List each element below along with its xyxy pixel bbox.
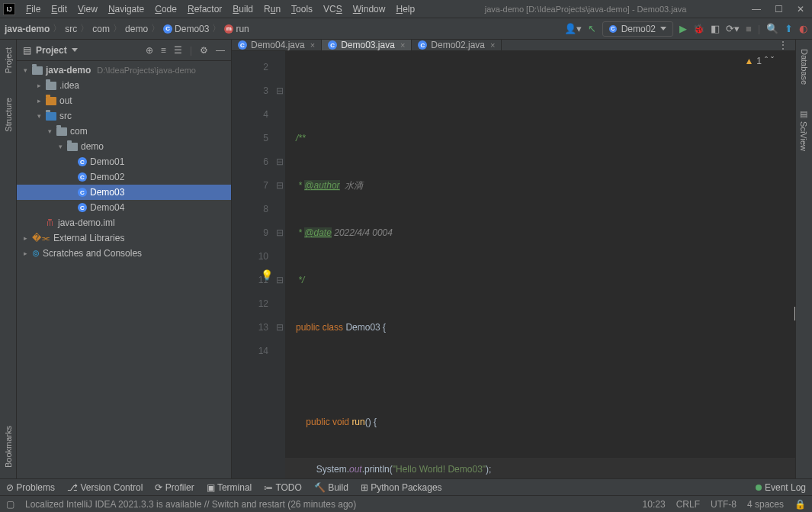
- project-panel-title[interactable]: Project: [36, 45, 67, 56]
- close-tab-icon[interactable]: ×: [310, 40, 315, 50]
- maximize-button[interactable]: ☐: [775, 4, 783, 14]
- tool-todo[interactable]: ≔ TODO: [264, 482, 302, 493]
- tree-demo04[interactable]: CDemo04: [17, 200, 231, 215]
- caret-position[interactable]: 10:23: [643, 499, 666, 510]
- readonly-lock-icon[interactable]: 🔒: [794, 499, 806, 510]
- tree-iml[interactable]: ⫚java-demo.iml: [17, 215, 231, 230]
- hide-panel-icon[interactable]: —: [216, 45, 225, 56]
- add-user-icon[interactable]: 👤▾: [564, 23, 582, 34]
- file-encoding[interactable]: UTF-8: [711, 499, 737, 510]
- text-cursor: [794, 307, 795, 320]
- project-panel: ▤ Project ⊕ ≡ ☰ | ⚙ — ▾java-demoD:\IdeaP…: [17, 40, 232, 478]
- tool-terminal[interactable]: ▣ Terminal: [207, 482, 252, 493]
- code-content[interactable]: /** * @author 水滴 * @date 2022/4/4 0004 *…: [285, 51, 795, 478]
- tool-build[interactable]: 🔨 Build: [314, 482, 348, 493]
- tree-out[interactable]: ▸out: [17, 93, 231, 108]
- tab-demo03[interactable]: CDemo03.java×: [322, 40, 412, 50]
- tree-demo03[interactable]: CDemo03: [17, 185, 231, 200]
- search-icon[interactable]: 🔍: [766, 23, 778, 34]
- menu-window[interactable]: Window: [348, 2, 390, 16]
- tool-vcs[interactable]: ⎇ Version Control: [67, 482, 143, 493]
- crumb-method[interactable]: mrun: [224, 24, 249, 34]
- menu-refactor[interactable]: Refactor: [183, 2, 226, 16]
- status-indicator-icon[interactable]: ▢: [6, 499, 14, 510]
- menu-help[interactable]: Help: [391, 2, 419, 16]
- inspection-badge[interactable]: ▲1ˆˇ: [744, 56, 774, 66]
- bottom-tool-bar: ⊘ Problems ⎇ Version Control ⟳ Profiler …: [0, 478, 812, 495]
- status-bar: ▢ Localized IntelliJ IDEA 2021.3.3 is av…: [0, 495, 812, 512]
- close-button[interactable]: ✕: [797, 4, 804, 14]
- tree-ext-lib[interactable]: ▸�⫘External Libraries: [17, 230, 231, 246]
- tree-demo[interactable]: ▾demo: [17, 139, 231, 154]
- run-button[interactable]: ▶: [679, 23, 687, 34]
- tree-src[interactable]: ▾src: [17, 108, 231, 124]
- tree-demo02[interactable]: CDemo02: [17, 169, 231, 185]
- menu-navigate[interactable]: Navigate: [104, 2, 149, 16]
- menu-file[interactable]: File: [21, 2, 45, 16]
- rail-bookmarks[interactable]: Bookmarks: [2, 421, 14, 472]
- indent-setting[interactable]: 4 spaces: [747, 499, 784, 510]
- status-message[interactable]: Localized IntelliJ IDEA 2021.3.3 is avai…: [25, 499, 632, 510]
- rail-sciview[interactable]: ▤ SciView: [798, 105, 810, 156]
- menu-code[interactable]: Code: [150, 2, 181, 16]
- tree-com[interactable]: ▾com: [17, 124, 231, 139]
- breadcrumb: java-demo 〉 src 〉 com 〉 demo 〉 CDemo03 〉…: [5, 22, 249, 35]
- tabs-more-icon[interactable]: ⋮: [771, 40, 795, 50]
- tool-python[interactable]: ⊞ Python Packages: [361, 482, 442, 493]
- tree-root[interactable]: ▾java-demoD:\IdeaProjects\java-demo: [17, 63, 231, 78]
- back-icon[interactable]: ↖: [588, 23, 596, 34]
- rail-database[interactable]: Database: [798, 44, 810, 89]
- intention-bulb-icon[interactable]: 💡: [261, 269, 273, 281]
- app-logo: IJ: [3, 3, 15, 15]
- fold-column[interactable]: ⊟ ⊟⊟ ⊟ ⊟ ⊟: [274, 51, 285, 478]
- ide-settings-icon[interactable]: ◐: [799, 23, 807, 34]
- editor-body[interactable]: 234567891011121314 ⊟ ⊟⊟ ⊟ ⊟ ⊟ /** * @aut…: [232, 51, 795, 478]
- editor-tabs: CDemo04.java× CDemo03.java× CDemo02.java…: [232, 40, 795, 51]
- coverage-icon[interactable]: ◧: [711, 23, 720, 34]
- tool-profiler[interactable]: ⟳ Profiler: [155, 482, 194, 493]
- tool-event-log[interactable]: Event Log: [756, 482, 806, 493]
- expand-icon[interactable]: ≡: [161, 45, 166, 56]
- tree-scratches[interactable]: ▸⊚Scratches and Consoles: [17, 246, 231, 261]
- window-title: java-demo [D:\IdeaProjects\java-demo] - …: [419, 5, 752, 14]
- crumb-class[interactable]: CDemo03: [163, 24, 209, 34]
- collapse-icon[interactable]: ☰: [174, 45, 182, 56]
- select-opened-icon[interactable]: ⊕: [146, 45, 153, 56]
- right-tool-rail: Database ▤ SciView: [795, 40, 812, 478]
- crumb-demo[interactable]: demo: [125, 24, 148, 34]
- close-tab-icon[interactable]: ×: [400, 40, 405, 50]
- close-tab-icon[interactable]: ×: [490, 40, 495, 50]
- stop-button[interactable]: ■: [746, 23, 752, 34]
- settings-gear-icon[interactable]: ⚙: [200, 45, 208, 56]
- title-bar: IJ File Edit View Navigate Code Refactor…: [0, 0, 812, 18]
- run-config-selector[interactable]: C Demo02: [602, 21, 673, 37]
- menu-vcs[interactable]: VCS: [319, 2, 347, 16]
- navigation-bar: java-demo 〉 src 〉 com 〉 demo 〉 CDemo03 〉…: [0, 18, 812, 40]
- line-separator[interactable]: CRLF: [676, 499, 700, 510]
- warning-icon: ▲: [744, 56, 753, 66]
- tab-demo02[interactable]: CDemo02.java×: [412, 40, 502, 50]
- debug-button[interactable]: 🐞: [693, 24, 704, 34]
- profile-icon[interactable]: ⟳▾: [726, 23, 740, 34]
- crumb-src[interactable]: src: [65, 24, 77, 34]
- project-view-icon: ▤: [23, 45, 31, 56]
- update-icon[interactable]: ⬆: [785, 23, 793, 34]
- menu-tools[interactable]: Tools: [287, 2, 317, 16]
- tree-idea[interactable]: ▸.idea: [17, 78, 231, 93]
- menu-build[interactable]: Build: [228, 2, 258, 16]
- menu-run[interactable]: Run: [259, 2, 285, 16]
- rail-project[interactable]: Project: [2, 43, 14, 78]
- crumb-com[interactable]: com: [92, 24, 110, 34]
- project-view-dropdown[interactable]: [72, 48, 78, 52]
- project-panel-header: ▤ Project ⊕ ≡ ☰ | ⚙ —: [17, 40, 231, 61]
- rail-structure[interactable]: Structure: [2, 93, 14, 137]
- menu-edit[interactable]: Edit: [47, 2, 72, 16]
- project-tree: ▾java-demoD:\IdeaProjects\java-demo ▸.id…: [17, 61, 231, 478]
- tab-demo04[interactable]: CDemo04.java×: [232, 40, 322, 50]
- tool-problems[interactable]: ⊘ Problems: [6, 482, 55, 493]
- menu-view[interactable]: View: [73, 2, 102, 16]
- line-gutter: 234567891011121314: [232, 51, 274, 478]
- tree-demo01[interactable]: CDemo01: [17, 154, 231, 169]
- crumb-project[interactable]: java-demo: [5, 24, 50, 34]
- minimize-button[interactable]: —: [752, 4, 761, 14]
